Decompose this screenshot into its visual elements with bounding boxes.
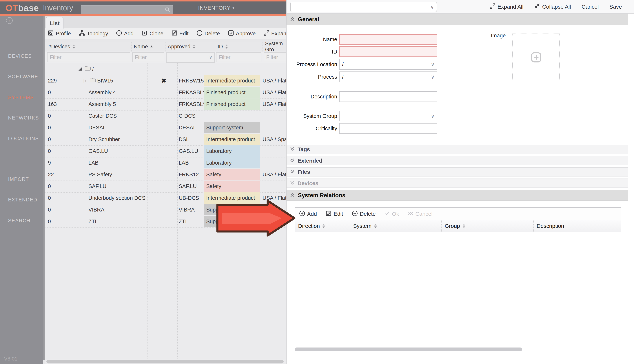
table-row[interactable]: 0Dry ScrubberDSLIntermediate productUSA … — [45, 134, 289, 146]
toolbar-button-label: Delete — [205, 30, 220, 37]
system-name: Underbody section DCS — [88, 195, 145, 201]
process_location-select[interactable]: /∨ — [339, 59, 437, 70]
action-label: Collapse All — [542, 4, 571, 10]
sidebar-item-software[interactable]: SOFTWARE — [8, 74, 38, 80]
topology-button[interactable]: Topology — [79, 30, 108, 38]
section-tags-title: Tags — [297, 146, 310, 152]
system-name: DESAL — [88, 125, 106, 131]
save-button[interactable]: Save — [609, 4, 622, 10]
cell-id: SAF.LU — [179, 180, 204, 192]
sidebar-collapse-icon[interactable]: ‹ — [6, 17, 13, 24]
logo-ot: OT — [6, 3, 18, 13]
table-row[interactable]: / — [45, 63, 289, 75]
expanded-icon[interactable] — [79, 68, 82, 70]
name-field[interactable] — [339, 34, 437, 45]
cell-name: GAS.LU — [75, 145, 149, 157]
section-system-relations[interactable]: System Relations — [286, 190, 628, 201]
filter-input[interactable] — [132, 52, 164, 62]
sidebar-item-extended[interactable]: EXTENDED — [8, 197, 37, 203]
profile-button[interactable]: Profile — [48, 30, 71, 38]
section-tags[interactable]: Tags — [286, 144, 628, 154]
relations-cancel-button[interactable]: Cancel — [407, 210, 432, 218]
inventory-menu[interactable]: INVENTORY ▾ — [198, 2, 234, 14]
system_group-label: System Group — [286, 113, 337, 119]
column-header-approved[interactable]: Approved — [165, 42, 215, 52]
cell-name: Underbody section DCS — [75, 192, 149, 204]
relations-delete-button[interactable]: Delete — [352, 210, 376, 218]
description-field[interactable] — [339, 91, 437, 102]
column-header-label: Name — [134, 44, 148, 50]
table-row[interactable]: 0Assembly 4FRKASBLYFinished productUSA /… — [45, 87, 289, 99]
logo-base: base — [18, 3, 39, 13]
relations-edit-button[interactable]: Edit — [325, 210, 343, 218]
id-field[interactable] — [339, 46, 437, 57]
panel-actions: Expand AllCollapse AllCancelSave — [489, 0, 622, 14]
section-extended[interactable]: Extended — [286, 156, 628, 165]
collapsed-icon[interactable]: ▷ — [84, 78, 87, 83]
table-row[interactable]: 0Caster DCSC-DCS — [45, 110, 289, 122]
relations-header-row: DirectionSystemGroupDescription — [295, 220, 621, 232]
relations-column-system[interactable]: System — [350, 220, 441, 232]
approve-button[interactable]: Approve — [228, 30, 256, 38]
tab-bar — [45, 16, 289, 29]
relations-column-label: Description — [537, 223, 564, 229]
section-devices[interactable]: Devices — [286, 178, 628, 188]
section-files[interactable]: Files — [286, 167, 628, 176]
chevron-down-icon: ∨ — [431, 62, 435, 68]
relations-column-description[interactable]: Description — [533, 220, 621, 232]
column-header--devices[interactable]: #Devices — [46, 42, 131, 52]
table-row[interactable]: 0DESALDESALSupport system — [45, 122, 289, 134]
table-row[interactable]: 22PS SafetyFRKS12SafetyUSA / Flat F — [45, 169, 289, 181]
sidebar-item-devices[interactable]: DEVICES — [8, 53, 32, 59]
system-name: BIW15 — [97, 78, 113, 84]
table-row[interactable]: 0SAF.LUSAF.LUSafety — [45, 180, 289, 193]
cell-name: ▷BIW15 — [75, 75, 149, 86]
section-general[interactable]: General — [286, 14, 628, 25]
cell-id: FRKS12 — [179, 169, 204, 180]
global-search-input[interactable] — [81, 5, 173, 14]
add-button[interactable]: Add — [116, 30, 134, 38]
section-system-relations-title: System Relations — [298, 192, 345, 199]
add-icon — [116, 30, 122, 38]
filter-select-approved[interactable]: ∨ — [166, 52, 215, 63]
delete-button[interactable]: Delete — [196, 30, 220, 38]
column-header-name[interactable]: Name — [131, 42, 165, 52]
grid-filter-row: ∨ — [45, 52, 289, 64]
filter-input[interactable] — [216, 52, 261, 62]
sidebar-item-networks[interactable]: NETWORKS — [8, 115, 39, 121]
cell-id: FRKASBLY — [179, 98, 204, 110]
criticality-field[interactable] — [339, 123, 437, 134]
expand-all-button[interactable]: Expand All — [489, 3, 524, 10]
expand-all-icon — [489, 3, 496, 10]
edit-button[interactable]: Edit — [171, 30, 189, 38]
process-select[interactable]: /∨ — [339, 72, 437, 82]
sidebar-item-locations[interactable]: LOCATIONS — [8, 136, 39, 142]
sidebar-item-search[interactable]: SEARCH — [8, 218, 31, 224]
relations-button-label: Ok — [392, 211, 399, 217]
tab-list[interactable]: List — [46, 17, 64, 29]
relations-ok-button[interactable]: Ok — [384, 210, 399, 218]
table-row[interactable]: 0GAS.LUGAS.LULaboratory — [45, 145, 289, 158]
cell-approved — [149, 192, 179, 204]
filter-input[interactable] — [47, 52, 130, 62]
cancel-button[interactable]: Cancel — [581, 4, 598, 10]
system_group-select[interactable]: ∨ — [339, 111, 437, 121]
relations-add-button[interactable]: Add — [299, 210, 317, 218]
sidebar-item-import[interactable]: IMPORT — [8, 176, 29, 182]
sidebar-item-systems[interactable]: SYSTEMS — [8, 95, 34, 100]
relations-column-group[interactable]: Group — [441, 220, 533, 232]
image-dropzone[interactable] — [512, 34, 560, 81]
table-row[interactable]: 229▷BIW15✖FRKBW15Intermediate productUSA… — [45, 75, 289, 87]
horizontal-scrollbar-thumb[interactable] — [47, 360, 284, 364]
cell-id: FRKASBLY — [179, 87, 204, 98]
table-row[interactable]: 163Assembly 5FRKASBLYFinished productUSA… — [45, 98, 289, 110]
relations-column-direction[interactable]: Direction — [295, 220, 350, 232]
section-extended-title: Extended — [297, 158, 322, 164]
column-header-id[interactable]: ID — [215, 42, 262, 52]
clone-button[interactable]: Clone — [141, 30, 163, 38]
profile-combobox[interactable]: ∨ — [290, 2, 437, 12]
table-row[interactable]: 9LABLABLaboratory — [45, 157, 289, 169]
collapse-all-button[interactable]: Collapse All — [534, 3, 571, 10]
cell-devices — [46, 63, 75, 74]
panel-scrollbar-thumb[interactable] — [295, 348, 522, 351]
